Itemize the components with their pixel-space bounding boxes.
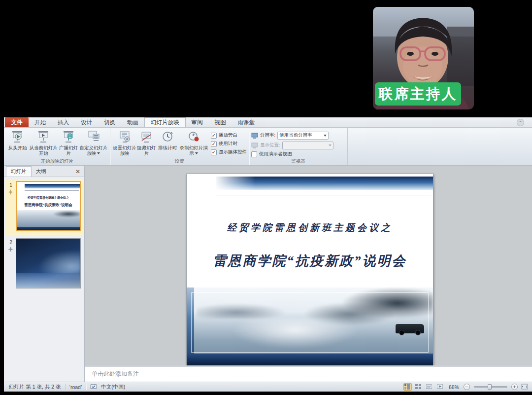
normal-view-button[interactable] [403, 383, 412, 391]
photo-left-edge [187, 287, 194, 356]
projector-play-icon [11, 130, 24, 144]
fit-to-window-icon[interactable] [521, 384, 528, 390]
slides-panel: 幻灯片 大纲 ✕ 1 经贸学院雷恩创新班主题会议之 雷恩商学院“抗疫新政”说明会… [4, 166, 85, 382]
group-label-start: 开始放映幻灯片 [4, 158, 110, 165]
checkbox-checked-icon: ✓ [211, 149, 217, 155]
slide-canvas[interactable]: 经贸学院雷恩创新班主题会议之 雷恩商学院“抗疫新政”说明会 [186, 174, 433, 366]
slide-header-band [216, 177, 433, 190]
custom-show-icon [87, 130, 100, 144]
panel-tab-slides[interactable]: 幻灯片 [6, 166, 32, 177]
slide-title-text[interactable]: 雷恩商学院“抗疫新政”说明会 [187, 252, 433, 270]
group-start-slideshow: 从头开始 从当前幻灯片开始 [4, 128, 110, 165]
broadcast-slideshow-button[interactable]: 广播幻灯片 [58, 129, 79, 158]
thumb-header-band [25, 184, 80, 188]
photo-car [396, 324, 424, 333]
checkbox-checked-icon: ✓ [211, 141, 217, 147]
theme-name-status: ‘road’ [69, 384, 82, 390]
slide-thumbnail-1-selected[interactable]: 1 经贸学院雷恩创新班主题会议之 雷恩商学院“抗疫新政”说明会 [5, 180, 83, 235]
zoom-in-button[interactable]: + [511, 384, 518, 390]
slide-landscape-photo [187, 287, 433, 356]
photo-hills [197, 304, 285, 319]
zoom-slider-thumb[interactable] [488, 384, 492, 390]
dropdown-arrow-icon [195, 152, 198, 154]
zoom-percentage[interactable]: 66% [449, 384, 459, 390]
show-on-row: 显示位置: [251, 141, 345, 149]
resolution-row: 分辨率: 使用当前分辨率 [251, 131, 345, 140]
play-narrations-checkbox[interactable]: ✓ 播放旁白 [211, 132, 247, 139]
slide-count-status: 幻灯片 第 1 张, 共 2 张 [9, 384, 61, 391]
slide-header-divider [216, 195, 432, 195]
dropdown-arrow-icon [97, 152, 100, 154]
dropdown-arrow-icon [329, 144, 332, 146]
status-divider [86, 384, 86, 390]
tab-home[interactable]: 开始 [29, 117, 52, 127]
tab-design[interactable]: 设计 [75, 117, 98, 127]
set-up-slideshow-button[interactable]: 设置幻灯片放映 [112, 129, 137, 158]
status-divider [65, 384, 66, 390]
slide-bottom-band [187, 354, 433, 365]
zoom-slider[interactable] [474, 386, 507, 388]
spellcheck-icon[interactable] [90, 384, 97, 390]
group-label-monitors: 监视器 [249, 158, 347, 165]
rehearse-clock-icon [161, 130, 174, 144]
group-set-up: 设置幻灯片放映 隐藏幻灯片 [110, 128, 249, 165]
tab-insert[interactable]: 插入 [52, 117, 75, 127]
setup-show-icon [118, 130, 131, 144]
tab-file[interactable]: 文件 [5, 117, 29, 127]
slide-editor-area: 经贸学院雷恩创新班主题会议之 雷恩商学院“抗疫新政”说明会 [85, 166, 532, 365]
custom-slideshow-button[interactable]: 自定义幻灯片放映 [79, 129, 108, 158]
record-slideshow-button[interactable]: 录制幻灯片演示 [179, 129, 208, 158]
thumb2-water [16, 273, 80, 288]
notes-pane[interactable]: 单击此处添加备注 [85, 365, 532, 382]
tab-rain-classroom[interactable]: 雨课堂 [232, 117, 261, 127]
thumb-landscape [17, 210, 80, 227]
thumb-divider [25, 190, 79, 191]
resolution-icon [251, 133, 258, 139]
from-current-slide-button[interactable]: 从当前幻灯片开始 [29, 129, 58, 158]
language-status[interactable]: 中文(中国) [101, 384, 125, 391]
panel-tab-outline[interactable]: 大纲 [32, 167, 51, 177]
tab-animations[interactable]: 动画 [121, 117, 144, 127]
thumb-bottom-band [17, 227, 80, 230]
resolution-dropdown[interactable]: 使用当前分辨率 [277, 132, 329, 140]
panel-tabs: 幻灯片 大纲 ✕ [4, 166, 84, 177]
slide-thumbnail-2[interactable]: 2 [5, 237, 83, 292]
tab-slideshow[interactable]: 幻灯片放映 [144, 117, 186, 127]
slide-number: 1 [8, 182, 14, 188]
from-beginning-button[interactable]: 从头开始 [6, 129, 29, 158]
animation-star-icon[interactable] [8, 247, 13, 252]
hide-slide-icon [140, 130, 153, 144]
group-label-setup: 设置 [110, 158, 249, 165]
show-on-dropdown [282, 142, 333, 149]
tab-view[interactable]: 视图 [209, 117, 232, 127]
cohost-name-badge: 联席主持人 [375, 82, 461, 106]
photo-water-sheen [231, 318, 359, 349]
show-media-controls-checkbox[interactable]: ✓ 显示媒体控件 [211, 149, 247, 155]
group-monitors: 分辨率: 使用当前分辨率 显示位置: 使用演示者视图 [249, 128, 348, 165]
broadcast-globe-icon [62, 130, 75, 144]
thumbnail-2-preview [16, 238, 81, 288]
tab-transitions[interactable]: 切换 [98, 117, 121, 127]
slideshow-view-button[interactable] [436, 383, 444, 391]
ribbon-tab-bar: 文件 开始 插入 设计 切换 动画 幻灯片放映 审阅 视图 雨课堂 ⌃ [4, 117, 532, 128]
slide-sorter-view-button[interactable] [414, 383, 423, 391]
zoom-out-button[interactable]: − [464, 384, 470, 390]
ribbon-slideshow: 从头开始 从当前幻灯片开始 [4, 128, 532, 166]
setup-checkboxes: ✓ 播放旁白 ✓ 使用计时 ✓ 显示媒体控件 [211, 129, 247, 155]
tab-review[interactable]: 审阅 [186, 117, 209, 127]
record-icon [187, 130, 200, 144]
notes-placeholder[interactable]: 单击此处添加备注 [85, 367, 532, 378]
screen-share-stage: 联席主持人 文件 开始 插入 设计 切换 动画 幻灯片放映 审阅 视图 雨课堂 … [0, 0, 532, 395]
rehearse-timings-button[interactable]: 排练计时 [156, 129, 179, 158]
minimize-ribbon-icon[interactable]: ⌃ [517, 119, 524, 126]
hide-slide-button[interactable]: 隐藏幻灯片 [137, 129, 156, 158]
use-timings-checkbox[interactable]: ✓ 使用计时 [211, 141, 247, 147]
webcam-video-tile: 联席主持人 [373, 7, 474, 109]
animation-star-icon[interactable] [8, 189, 13, 195]
checkbox-unchecked-icon [251, 151, 257, 157]
close-panel-icon[interactable]: ✕ [74, 168, 81, 175]
slide-number: 2 [8, 240, 14, 245]
slide-subtitle-text[interactable]: 经贸学院雷恩创新班主题会议之 [187, 221, 433, 234]
reading-view-button[interactable] [425, 383, 433, 391]
presenter-view-checkbox[interactable]: 使用演示者视图 [251, 151, 345, 157]
